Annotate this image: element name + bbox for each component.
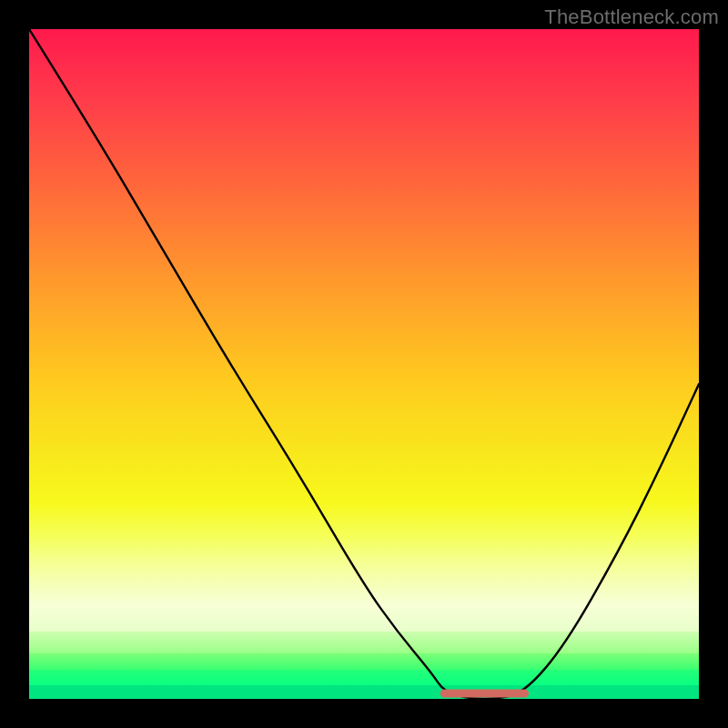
plot-area: [29, 29, 699, 699]
gradient-band-green-1: [29, 653, 699, 670]
gradient-band-green-3: [29, 685, 699, 699]
gradient-main: [29, 29, 699, 605]
watermark-text: TheBottleneck.com: [544, 5, 719, 29]
gradient-band-green-2: [29, 670, 699, 686]
gradient-band-lightgreen: [29, 632, 699, 653]
chart-frame: TheBottleneck.com: [0, 0, 728, 728]
gradient-band-yellow: [29, 605, 699, 632]
gradient-background: [29, 29, 699, 699]
